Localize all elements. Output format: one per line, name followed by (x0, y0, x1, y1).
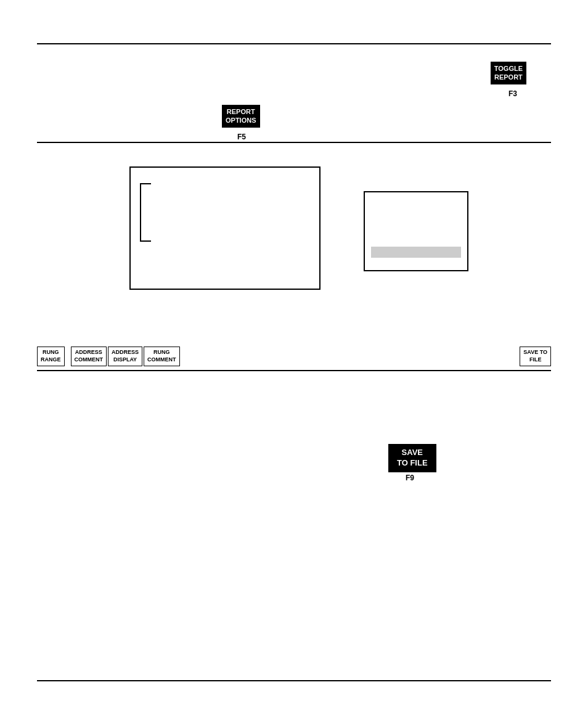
toolbar-area: RUNG RANGE ADDRESS COMMENT ADDRESS DISPL… (37, 343, 551, 370)
toggle-report-key: F3 (508, 89, 517, 98)
top-divider (37, 43, 551, 44)
rung-comment-button[interactable]: RUNG COMMENT (144, 347, 180, 366)
rung-range-button[interactable]: RUNG RANGE (37, 347, 65, 366)
left-diagram-box (129, 166, 321, 290)
toggle-report-button[interactable]: TOGGLE REPORT (491, 62, 526, 84)
address-comment-button[interactable]: ADDRESS COMMENT (71, 347, 107, 366)
address-display-button[interactable]: ADDRESS DISPLAY (108, 347, 142, 366)
report-options-button[interactable]: REPORT OPTIONS (222, 105, 260, 128)
report-options-key: F5 (237, 133, 246, 141)
save-to-file-toolbar-button[interactable]: SAVE TO FILE (520, 347, 551, 366)
inner-bracket-shape (140, 183, 151, 242)
save-to-file-key: F9 (406, 474, 414, 482)
save-to-file-main-button[interactable]: SAVE TO FILE (388, 444, 436, 472)
bottom-divider (37, 680, 551, 681)
diagram-area (37, 154, 551, 351)
gray-bar (371, 247, 461, 258)
section-divider-bottom (37, 370, 551, 371)
section-divider-top (37, 142, 551, 143)
right-diagram-box (364, 191, 468, 271)
